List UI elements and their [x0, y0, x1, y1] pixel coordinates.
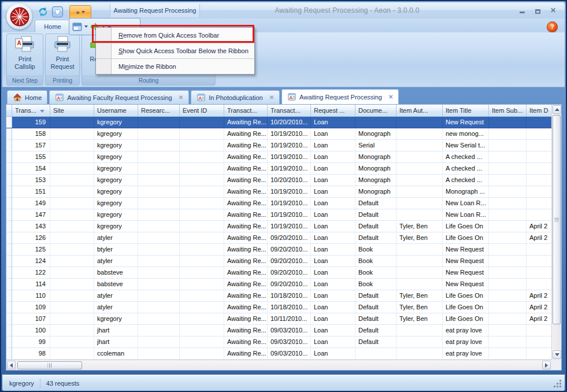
cell — [489, 209, 527, 221]
table-row[interactable]: 159kgregoryAwaiting Re...10/20/2010...Lo… — [6, 117, 551, 128]
table-row[interactable]: 125btylerAwaiting Re...09/20/2010...Loan… — [6, 244, 551, 256]
cell — [138, 140, 180, 151]
cell — [396, 151, 443, 163]
qat-overflow-button[interactable]: » — [69, 5, 91, 19]
table-row[interactable]: 151kgregoryAwaiting Re...10/19/2010...Lo… — [6, 186, 551, 198]
cell — [50, 151, 94, 163]
table-row[interactable]: 100jhartAwaiting Re...09/03/2010...LoanD… — [6, 325, 551, 336]
vertical-scroll-thumb[interactable] — [553, 115, 561, 324]
table-row[interactable]: 98ccolemanAwaiting Re...09/03/2010...Loa… — [6, 348, 551, 360]
column-header-username[interactable]: Username — [94, 105, 138, 117]
table-row[interactable]: 143kgregoryAwaiting Re...10/19/2010...Lo… — [6, 221, 551, 232]
ribbon-tab-home[interactable]: Home — [35, 20, 71, 33]
table-row[interactable]: 99jhartAwaiting Re...09/03/2010...LoanDe… — [6, 336, 551, 348]
queue-tab-in-photoduplication[interactable]: AIn Photoduplication✕ — [191, 90, 280, 104]
window-icon[interactable] — [72, 22, 82, 32]
cell: Tyler, Ben — [396, 232, 443, 244]
table-row[interactable]: 122babsteveAwaiting Re...09/20/2010...Lo… — [6, 267, 551, 279]
table-row[interactable]: 157kgregoryAwaiting Re...10/19/2010...Lo… — [6, 140, 551, 151]
cell: atyler — [94, 290, 138, 302]
cell — [138, 117, 180, 128]
cell: New Request — [443, 279, 489, 290]
cell: Loan — [311, 209, 355, 221]
horizontal-scrollbar[interactable] — [6, 360, 551, 370]
scroll-up-button[interactable] — [553, 105, 561, 114]
table-row[interactable]: 109atylerAwaiting Re...10/18/2010...Loan… — [6, 302, 551, 313]
column-header-item-d[interactable]: Item D — [527, 105, 551, 117]
cell: atyler — [94, 302, 138, 313]
cell — [489, 175, 527, 186]
scroll-down-button[interactable] — [553, 350, 561, 359]
cell — [396, 117, 443, 128]
menu-item-remove-from-quick-access-toolbar[interactable]: Remove from Quick Access Toolbar — [96, 28, 254, 43]
cell: kgregory — [94, 186, 138, 198]
minimize-button[interactable] — [517, 6, 527, 14]
chevron-down-icon[interactable] — [84, 25, 88, 28]
scroll-right-button[interactable] — [542, 361, 551, 369]
cell — [138, 348, 180, 360]
cell: Loan — [311, 117, 355, 128]
cell — [396, 163, 443, 175]
horizontal-scroll-thumb[interactable] — [17, 361, 82, 369]
menu-item-show-quick-access-toolbar-below-the-ribbon[interactable]: Show Quick Access Toolbar Below the Ribb… — [96, 43, 254, 58]
close-button[interactable]: ✕ — [549, 6, 558, 14]
table-row[interactable]: 126atylerAwaiting Re...09/20/2010...Loan… — [6, 232, 551, 244]
table-row[interactable]: 149kgregoryAwaiting Re...10/19/2010...Lo… — [6, 198, 551, 209]
column-header-item-sub[interactable]: Item Sub... — [489, 105, 527, 117]
cell: Default — [355, 209, 396, 221]
column-header-docume[interactable]: Docume... — [355, 105, 396, 117]
column-header-item-title[interactable]: Item Title — [443, 105, 489, 117]
column-header-trans[interactable]: Trans... — [12, 105, 50, 117]
cell — [180, 221, 224, 232]
table-row[interactable]: 158kgregoryAwaiting Re...10/19/2010...Lo… — [6, 128, 551, 140]
row-indicator — [6, 348, 12, 360]
cell — [180, 175, 224, 186]
column-header-transact[interactable]: Transact... — [268, 105, 311, 117]
table-row[interactable]: 110atylerAwaiting Re...10/18/2010...Loan… — [6, 290, 551, 302]
vertical-scrollbar[interactable] — [551, 105, 561, 360]
table-row[interactable]: 147kgregoryAwaiting Re...10/19/2010...Lo… — [6, 209, 551, 221]
table-row[interactable]: 155kgregoryAwaiting Re...10/19/2010...Lo… — [6, 151, 551, 163]
maximize-button[interactable] — [533, 6, 542, 14]
menu-item-minimize-the-ribbon[interactable]: Minimize the Ribbon — [96, 58, 254, 74]
row-indicator — [6, 267, 12, 279]
column-header-request[interactable]: Request ... — [311, 105, 355, 117]
print-request-button[interactable]: PrintRequest — [46, 36, 79, 71]
print-callslip-icon: A — [15, 36, 35, 54]
print-callslip-button[interactable]: A PrintCallslip — [7, 36, 43, 71]
queue-tab-awaiting-request-processing[interactable]: AAwaiting Request Processing✕ — [281, 89, 399, 104]
table-row[interactable]: 124atylerAwaiting Re...09/20/2010...Loan… — [6, 256, 551, 267]
cell: 149 — [12, 198, 50, 209]
table-row[interactable]: 114babsteveAwaiting Re...09/20/2010...Lo… — [6, 279, 551, 290]
help-button[interactable]: ? — [547, 21, 558, 32]
cell — [527, 256, 551, 267]
cell: Awaiting Re... — [224, 267, 268, 279]
row-indicator — [6, 221, 12, 232]
column-header-event-id[interactable]: Event ID — [180, 105, 224, 117]
queue-tab-home[interactable]: Home — [7, 90, 47, 104]
group-label-printing: Printing — [46, 76, 79, 85]
sync-button[interactable] — [36, 6, 49, 18]
column-header-transact[interactable]: Transact... — [224, 105, 268, 117]
resize-grip[interactable] — [553, 379, 562, 388]
cell: Tyler, Ben — [396, 221, 443, 232]
tab-close-icon[interactable]: ✕ — [179, 94, 183, 101]
cell: 10/19/2010... — [268, 128, 311, 140]
column-header-researc[interactable]: Researc... — [138, 105, 180, 117]
table-row[interactable]: 153kgregoryAwaiting Re...10/20/2010...Lo… — [6, 175, 551, 186]
tab-close-icon[interactable]: ✕ — [388, 94, 393, 100]
table-row[interactable]: 107kgregoryAwaiting Re...10/11/2010...Lo… — [6, 313, 551, 325]
thumb-grip — [554, 218, 559, 222]
favorites-button[interactable] — [51, 6, 64, 18]
column-header-site[interactable]: Site — [50, 105, 94, 117]
cell: 10/18/2010... — [268, 290, 311, 302]
tab-close-icon[interactable]: ✕ — [269, 94, 274, 101]
cell: 10/19/2010... — [268, 221, 311, 232]
column-header-item-aut[interactable]: Item Aut... — [396, 105, 443, 117]
scroll-left-button[interactable] — [7, 361, 16, 369]
cell: 10/19/2010... — [268, 163, 311, 175]
cell: kgregory — [94, 163, 138, 175]
queue-tab-awaiting-faculty-request-processing[interactable]: AAwaiting Faculty Request Processing✕ — [49, 90, 189, 104]
application-menu-button[interactable] — [6, 3, 32, 29]
table-row[interactable]: 154kgregoryAwaiting Re...10/19/2010...Lo… — [6, 163, 551, 175]
